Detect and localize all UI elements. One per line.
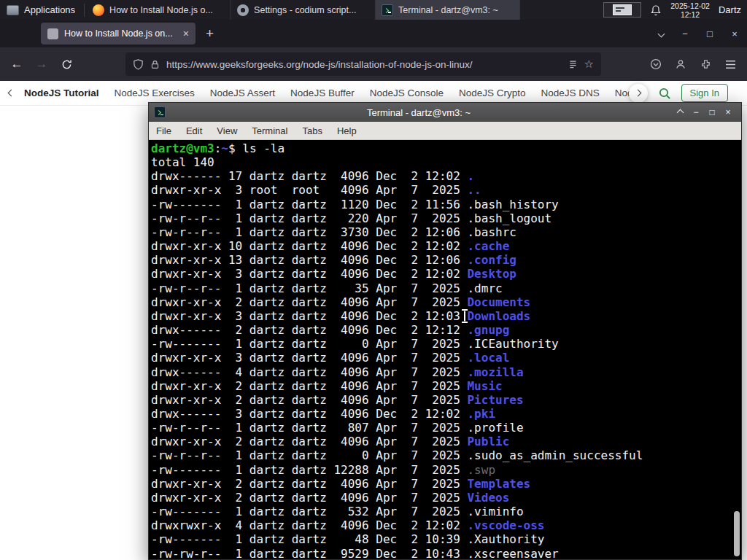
- terminal-menu-item[interactable]: File: [149, 122, 179, 139]
- browser-tab[interactable]: How to Install Node.js on... ×: [41, 23, 196, 44]
- panel-username: Dartz: [719, 4, 741, 15]
- terminal-output-line: -rw-r--r-- 1 dartz dartz 807 Apr 7 2025 …: [151, 421, 731, 435]
- new-tab-button[interactable]: +: [206, 26, 214, 42]
- terminal-output-line: -rw-r--r-- 1 dartz dartz 0 Apr 7 2025 .s…: [151, 448, 731, 462]
- terminal-total-line: total 140: [151, 155, 731, 169]
- panel-time: 12:12: [670, 10, 710, 19]
- taskbar-item-settings[interactable]: Settings - codium script...: [231, 0, 376, 20]
- prompt-dollar: $: [228, 141, 242, 155]
- terminal-output-line: drwxr-xr-x 2 dartz dartz 4096 Apr 7 2025…: [151, 435, 731, 448]
- terminal-output-line: drwxr-xr-x 2 dartz dartz 4096 Apr 7 2025…: [151, 477, 731, 491]
- reload-button[interactable]: [54, 53, 79, 75]
- chevron-right-icon: [635, 90, 642, 97]
- gfg-nav-link[interactable]: NodeJS Assert: [210, 88, 275, 98]
- taskbar-item-label: Settings - codium script...: [254, 5, 356, 15]
- terminal-menu-item[interactable]: View: [209, 122, 244, 139]
- terminal-maximize-button[interactable]: □: [704, 103, 720, 122]
- extensions-puzzle-icon[interactable]: [693, 53, 718, 75]
- terminal-menu-item[interactable]: Help: [330, 122, 364, 139]
- terminal-menu-item[interactable]: Edit: [179, 122, 209, 139]
- terminal-menu-item[interactable]: Terminal: [244, 122, 295, 139]
- terminal-output-line: drwxr-xr-x 2 dartz dartz 4096 Apr 7 2025…: [151, 295, 731, 309]
- gfg-nav-link[interactable]: NodeJS Buffer: [290, 88, 355, 98]
- tab-title: How to Install Node.js on...: [64, 28, 177, 39]
- prompt-colon: :: [214, 141, 222, 155]
- terminal-output-line: -rw-rw-r-- 1 dartz dartz 9529 Dec 2 10:4…: [151, 547, 731, 559]
- terminal-icon: [382, 4, 393, 16]
- toolbar-right-icons: [643, 53, 743, 75]
- bookmark-star-icon[interactable]: ☆: [584, 58, 594, 71]
- terminal-output-line: drwx------ 3 dartz dartz 4096 Dec 2 12:0…: [151, 407, 731, 421]
- terminal-minimize-button[interactable]: −: [688, 103, 704, 122]
- scroll-right-button[interactable]: [629, 84, 648, 103]
- chevron-down-icon: [657, 30, 665, 37]
- applications-menu-icon: [7, 5, 19, 15]
- terminal-output-line: -rw------- 1 dartz dartz 532 Apr 7 2025 …: [151, 505, 731, 518]
- pocket-icon[interactable]: [643, 53, 668, 75]
- browser-close-button[interactable]: ×: [722, 20, 747, 47]
- terminal-output-line: drwxr-xr-x 2 dartz dartz 4096 Apr 7 2025…: [151, 393, 731, 407]
- account-icon[interactable]: [668, 53, 693, 75]
- taskbar-item-firefox[interactable]: How to Install Node.js o...: [87, 0, 231, 20]
- tab-close-icon[interactable]: ×: [183, 28, 189, 39]
- taskbar-item-label: Terminal - dartz@vm3: ~: [398, 5, 498, 15]
- scroll-left-chevron-icon[interactable]: [8, 90, 15, 97]
- list-all-tabs-button[interactable]: [649, 20, 673, 47]
- tab-favicon: [47, 28, 58, 39]
- terminal-output-line: -rw-r--r-- 1 dartz dartz 35 Apr 7 2025 .…: [151, 281, 731, 295]
- terminal-output-line: -rw-r--r-- 1 dartz dartz 3730 Dec 2 12:0…: [151, 225, 731, 239]
- prompt-cwd: ~: [221, 141, 228, 155]
- gfg-nav-link[interactable]: NodeJS DNS: [541, 88, 600, 98]
- terminal-output-line: drwxr-xr-x 10 dartz dartz 4096 Dec 2 12:…: [151, 239, 731, 253]
- top-panel: Applications How to Install Node.js o...…: [0, 0, 747, 20]
- terminal-window-title: Terminal - dartz@vm3: ~: [166, 107, 672, 118]
- terminal-menu-item[interactable]: Tabs: [295, 122, 329, 139]
- terminal-icon: [154, 106, 166, 118]
- browser-maximize-button[interactable]: □: [697, 20, 722, 47]
- pager-window-thumbnail: [613, 4, 632, 15]
- terminal-scrollbar-thumb[interactable]: [734, 511, 740, 556]
- terminal-output-line: drwx------ 4 dartz dartz 4096 Apr 7 2025…: [151, 365, 731, 379]
- terminal-screen[interactable]: dartz@vm3:~$ ls -la total 140 drwx------…: [149, 140, 741, 559]
- terminal-prompt-line: dartz@vm3:~$ ls -la: [151, 141, 731, 155]
- sign-in-button[interactable]: Sign In: [681, 84, 728, 102]
- terminal-output-line: drwx------ 17 dartz dartz 4096 Dec 2 12:…: [151, 169, 731, 183]
- terminal-output-line: -rw-r--r-- 1 dartz dartz 220 Apr 7 2025 …: [151, 211, 731, 225]
- prompt-user-host: dartz@vm3: [151, 141, 214, 155]
- panel-clock[interactable]: 2025-12-02 12:12: [670, 1, 710, 19]
- padlock-icon[interactable]: [150, 60, 160, 69]
- gfg-nav-link[interactable]: NodeJS Console: [370, 88, 444, 98]
- panel-separator: [84, 4, 85, 17]
- workspace-pager[interactable]: [603, 2, 641, 18]
- applications-menu-label: Applications: [24, 4, 75, 15]
- gfg-nav-link[interactable]: NodeJS Tutorial: [24, 88, 99, 98]
- firefox-tab-bar: How to Install Node.js on... × + − □ ×: [0, 20, 747, 47]
- gfg-nav-link[interactable]: NodeJS Crypto: [459, 88, 526, 98]
- search-icon[interactable]: [658, 87, 671, 100]
- firefox-nav-toolbar: ← → https://www.geeksforgeeks.org/node-j…: [0, 47, 747, 81]
- panel-right-cluster: 2025-12-02 12:12 Dartz: [603, 1, 747, 19]
- terminal-output-line: -rw------- 1 dartz dartz 12288 Apr 7 202…: [151, 463, 731, 477]
- terminal-menu-bar: FileEditViewTerminalTabsHelp: [149, 122, 741, 140]
- mouse-cursor: [464, 311, 465, 322]
- terminal-output-line: -rw------- 1 dartz dartz 0 Apr 7 2025 .I…: [151, 337, 731, 351]
- terminal-output-line: drwxr-xr-x 3 root root 4096 Apr 7 2025 .…: [151, 183, 731, 197]
- terminal-output-line: drwxrwxr-x 4 dartz dartz 4096 Dec 2 12:0…: [151, 518, 731, 532]
- terminal-close-button[interactable]: ×: [720, 103, 736, 122]
- terminal-shade-button[interactable]: [672, 103, 688, 122]
- applications-menu-button[interactable]: Applications: [0, 0, 82, 20]
- desktop: Applications How to Install Node.js o...…: [0, 0, 747, 560]
- url-bar[interactable]: https://www.geeksforgeeks.org/node-js/in…: [125, 52, 601, 76]
- gfg-nav-link[interactable]: NodeJS Exercises: [115, 88, 195, 98]
- gfg-nav-links: NodeJS TutorialNodeJS ExercisesNodeJS As…: [24, 88, 643, 98]
- terminal-output-line: drwx------ 2 dartz dartz 4096 Dec 2 12:1…: [151, 323, 731, 337]
- menu-hamburger-icon[interactable]: [718, 53, 743, 75]
- notification-bell-icon[interactable]: [650, 4, 662, 16]
- terminal-title-bar[interactable]: Terminal - dartz@vm3: ~ − □ ×: [149, 103, 741, 122]
- tracking-protection-shield-icon[interactable]: [133, 59, 144, 70]
- back-button[interactable]: ←: [4, 53, 29, 75]
- reader-view-icon[interactable]: [568, 60, 578, 69]
- browser-minimize-button[interactable]: −: [673, 20, 697, 47]
- forward-button[interactable]: →: [29, 53, 54, 75]
- taskbar-item-terminal[interactable]: Terminal - dartz@vm3: ~: [376, 0, 520, 20]
